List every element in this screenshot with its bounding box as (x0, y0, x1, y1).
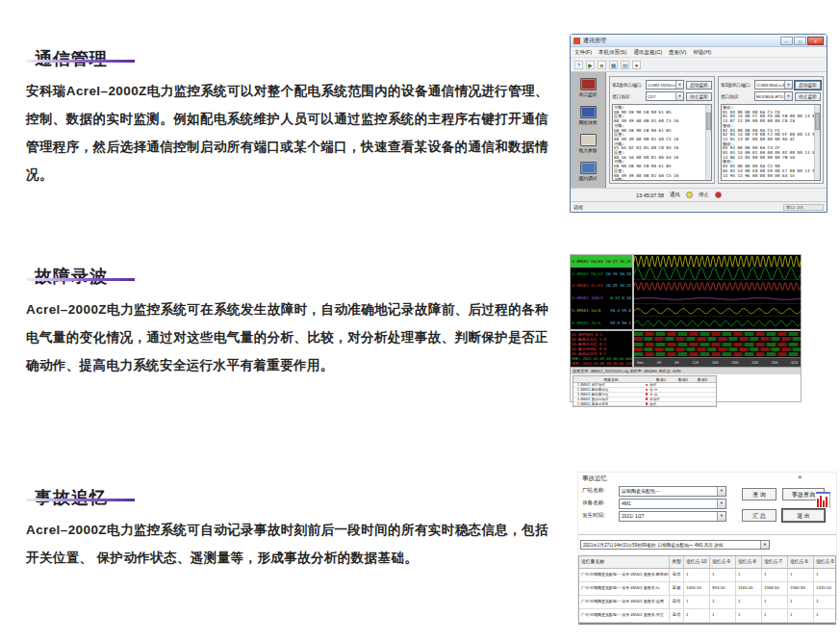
status-dot (646, 389, 649, 392)
digital-wave-trace (634, 343, 801, 346)
sidebar-item[interactable]: 串口监听 (578, 78, 597, 97)
comm-manager-window: 通讯管理 – □ × 文件(F)本机设置(S)通讯监视(C)查看(V)帮助(H)… (570, 34, 827, 213)
analog-channel-row[interactable]: 6:4M401 Ib/A 95.9 96.1 (571, 317, 632, 329)
station-label: 厂站名称: (582, 487, 619, 495)
analog-channel-row[interactable]: 3:4M401 Uc/kV 10.25 10.22 (571, 280, 632, 293)
protocol-select[interactable]: MODBUS-RTU▾ (754, 91, 793, 101)
recall-dialog: 事故追忆 × 厂站名称: 日顺陶瓷东配电一▾ 设备名称: 4M1▾ 发生时间: … (577, 472, 837, 620)
minimize-button[interactable]: – (780, 37, 793, 45)
status-dot (646, 402, 649, 405)
close-button[interactable]: × (807, 37, 824, 45)
digital-wave-trace (634, 332, 801, 336)
menu-item[interactable]: 帮助(H) (693, 49, 711, 56)
port-label: 第2路串口端口: (612, 83, 644, 88)
summary-button[interactable]: 汇 总 (742, 509, 776, 522)
menu-item[interactable]: 本机设置(S) (598, 49, 626, 56)
stop-listen-button[interactable]: 停止监听 (795, 92, 821, 101)
toolbar-icon[interactable]: ▶ (586, 61, 595, 69)
divider (578, 534, 836, 535)
axis-tick: 0ms (637, 360, 644, 365)
protocol-label: 接口协议: (612, 94, 644, 99)
exit-button[interactable]: 退 出 (782, 509, 825, 522)
app-icon (573, 38, 580, 44)
section-recall-title: 事故追忆 (35, 486, 108, 509)
scrollbar-thumb[interactable] (706, 113, 711, 130)
digital-wave-trace (634, 337, 801, 341)
analog-channel-row[interactable]: 2:4M401 Ub/kV 10.19 10.20 (571, 268, 632, 280)
recall-table-row[interactable]: 厂站:日顺陶瓷东配电一 设备:4M401 测量名:断路器状态 遥信 1 1 1 … (579, 569, 835, 582)
start-listen-button[interactable]: 启动监听 (686, 81, 712, 90)
recall-table-row[interactable]: 厂站:日顺陶瓷东配电一 设备:4M401 测量名:Ia 遥测 1400.00 9… (579, 582, 835, 596)
status-dot (646, 393, 649, 396)
event-table-row[interactable]: 5 4M401 事故总信号 动作 (573, 402, 716, 407)
chevron-down-icon: ▾ (784, 92, 792, 100)
status-port-box: 串口: 2/3 (783, 204, 824, 211)
close-icon[interactable]: × (798, 474, 802, 481)
hex-log-box[interactable]: 接收: 01 03 00 00 00 0A C5 CD 01 03 14 08 … (721, 104, 821, 181)
sidebar-item[interactable]: 规约调试 (578, 162, 597, 181)
section-communication-body: 安科瑞Acrel–2000Z电力监控系统可以对整个配电系统范围内的设备通信情况进… (26, 77, 548, 189)
analog-wave-area[interactable] (634, 255, 801, 329)
sidebar-item[interactable]: 电力参数 (578, 134, 597, 153)
chevron-down-icon: ▾ (717, 500, 725, 508)
sidebar: 串口监听 网络转发 电力参数 规约调试 (571, 72, 606, 188)
digital-wave-trace (634, 352, 801, 356)
recall-table: 追忆量名称 类型 追忆点-10 追忆点-9 追忆点-8 追忆点-7 追忆点-6 … (578, 555, 836, 625)
port-select[interactable]: COM3:9600,n,8,1▾ (754, 80, 793, 90)
wave-table-zone: 通道名称 数值1 数值2 数值3 1 4M401 保护动作 动作 (571, 374, 801, 401)
port-select[interactable]: COM2:19200,n,8,1▾ (646, 80, 684, 90)
comm-ok-label: 通讯 (670, 192, 680, 198)
device-icon (580, 162, 597, 174)
axis-tick: 80 (675, 360, 679, 365)
port-label: 第3路串口端口: (721, 83, 752, 88)
chevron-down-icon: ▾ (675, 92, 683, 100)
scrollbar[interactable] (705, 105, 711, 180)
menu-item[interactable]: 通讯监视(C) (633, 49, 662, 56)
recall-table-header: 追忆量名称 类型 追忆点-10 追忆点-9 追忆点-8 追忆点-7 追忆点-6 … (579, 556, 835, 569)
station-select[interactable]: 日顺陶瓷东配电一▾ (619, 486, 726, 497)
sidebar-item-label: 网络转发 (578, 119, 597, 125)
title-underline (26, 278, 135, 281)
hex-log: 接收: 01 03 00 00 00 0A C5 CD 01 03 14 08 … (722, 105, 814, 180)
menu-item[interactable]: 查看(V) (669, 49, 686, 56)
device-label: 设备名称: (582, 500, 619, 507)
analog-channel-row[interactable]: 1:4M401 Ua/kV 10.23 10.21 (571, 255, 632, 268)
status-ready: 就绪 (573, 204, 583, 210)
toolbar-icon[interactable]: ▤ (621, 61, 629, 69)
fault-time: 故障: 2021-01-05 09:30:00.124 (572, 362, 631, 367)
toolbar-icon[interactable]: ? (574, 61, 583, 69)
recall-table-row[interactable]: 厂站:日顺陶瓷东配电一 设备:4M401 测量名:合闸 遥信 1 1 1 1 1… (579, 596, 835, 609)
toolbar-icon[interactable]: ● (632, 61, 641, 69)
start-listen-button[interactable]: 启动监听 (795, 81, 821, 90)
scrollbar-thumb[interactable] (815, 113, 820, 130)
digital-channel-label[interactable]: D5:事故总信号 0-1 (572, 351, 631, 356)
chevron-down-icon: ▾ (675, 81, 683, 89)
analog-waves-svg (634, 255, 801, 329)
toolbar-icon[interactable]: ▦ (609, 61, 618, 69)
scrollbar[interactable] (814, 105, 820, 180)
hex-log-box[interactable]: 召唤: EB 90 EB 90 EB 90 61 B5 应答: 68 49 49… (612, 104, 712, 181)
menu-bar: 文件(F)本机设置(S)通讯监视(C)查看(V)帮助(H) (571, 47, 827, 58)
sidebar-item[interactable]: 网络转发 (578, 106, 597, 125)
toolbar-icon[interactable]: ■ (598, 61, 606, 69)
comm-title-bar[interactable]: 通讯管理 – □ × (571, 35, 827, 47)
stop-listen-button[interactable]: 停止监听 (686, 92, 712, 101)
device-select[interactable]: 4M1▾ (619, 499, 726, 509)
menu-item[interactable]: 文件(F) (574, 49, 592, 56)
protocol-select[interactable]: CDT▾ (646, 91, 684, 101)
axis-tick: 200 (731, 360, 738, 365)
analog-channel-row[interactable]: 4:4M401 3U0/V 0.12 0.10 (571, 292, 632, 304)
histogram-icon[interactable] (816, 492, 830, 508)
title-underline (26, 499, 135, 501)
recall-table-row[interactable]: 厂站:日顺陶瓷东配电一 设备:4M401 测量名:开位 遥信 1 1 1 1 1… (579, 609, 835, 623)
maximize-button[interactable]: □ (794, 37, 806, 45)
date-select[interactable]: 2021/ 1/27▾ (619, 511, 726, 522)
record-select[interactable]: 2021年1月27日14时31分59秒99毫秒: 日顺陶瓷东配电一 4M1 高压… (580, 540, 770, 550)
analog-channel-row[interactable]: 5:4M401 Ia/A 96.4 95.8 (571, 304, 632, 317)
waveform-viewer-window: 1:4M401 Ua/kV 10.23 10.21 2:4M401 Ub/kV … (570, 254, 802, 402)
device-icon (580, 78, 597, 90)
date-label: 发生时间: (582, 512, 619, 520)
axis-tick: 240 (751, 360, 758, 365)
section-wave-title: 故障录波 (35, 265, 108, 288)
query-button[interactable]: 查 询 (742, 488, 776, 500)
